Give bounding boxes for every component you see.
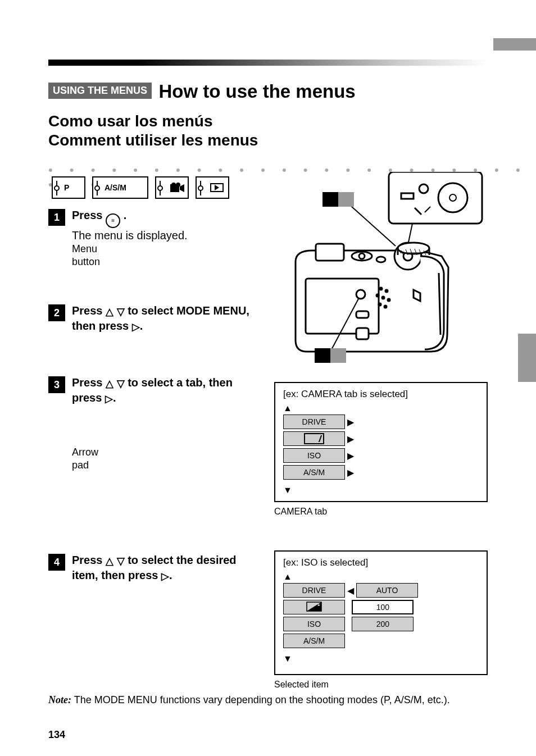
section-gradient-rule bbox=[48, 60, 488, 66]
step-1-text: Press ≡ . The menu is displayed. bbox=[72, 208, 188, 243]
note-label: Note: bbox=[48, 694, 71, 705]
callout-1 bbox=[322, 192, 354, 207]
exposure-icon: + bbox=[306, 602, 322, 613]
arrow-up-icon: △ bbox=[106, 305, 113, 318]
svg-text:+: + bbox=[317, 603, 320, 608]
svg-point-22 bbox=[376, 294, 379, 297]
svg-rect-11 bbox=[316, 244, 344, 261]
subtitle-fr: Comment utiliser les menus bbox=[48, 131, 258, 149]
note-block: Note: The MODE MENU functions vary depen… bbox=[48, 693, 487, 707]
option-item: AUTO bbox=[356, 583, 418, 598]
step-2: 2 Press △ ▽ to select MODE MENU, then pr… bbox=[48, 303, 262, 334]
svg-point-21 bbox=[385, 290, 388, 292]
page-number: 134 bbox=[48, 729, 65, 741]
arrow-right-icon: ▷ bbox=[105, 392, 113, 406]
camera-illustration bbox=[273, 172, 488, 374]
svg-point-16 bbox=[376, 257, 385, 262]
svg-rect-10 bbox=[306, 279, 379, 334]
svg-rect-18 bbox=[356, 311, 369, 318]
playback-icon bbox=[210, 183, 224, 192]
step-2-text: Press △ ▽ to select MODE MENU, then pres… bbox=[72, 303, 262, 334]
arrow-left-icon: ◀ bbox=[345, 585, 356, 596]
screen1-title: [ex: CAMERA tab is selected] bbox=[283, 389, 479, 400]
mode-icon-p: P bbox=[52, 176, 85, 199]
svg-point-13 bbox=[359, 253, 365, 259]
mode-icon-playback bbox=[196, 176, 229, 199]
menu-item: ISO bbox=[283, 617, 345, 631]
menu-button-label: Menubutton bbox=[72, 243, 100, 269]
step-3-text: Press △ ▽ to select a tab, then press ▷. bbox=[72, 375, 262, 406]
menu-item-sharpness: + bbox=[283, 600, 345, 614]
card-icon bbox=[304, 433, 324, 444]
menu-item: DRIVE bbox=[283, 415, 345, 429]
mode-icon-asm: A/S/M bbox=[92, 176, 148, 199]
note-text: The MODE MENU functions vary depending o… bbox=[71, 694, 450, 705]
svg-rect-19 bbox=[356, 328, 369, 339]
page-title: How to use the menus bbox=[158, 81, 355, 102]
arrow-right-icon: ▶ bbox=[345, 467, 356, 478]
svg-point-25 bbox=[379, 303, 381, 306]
option-item: 200 bbox=[352, 617, 414, 631]
step-4-text: Press △ ▽ to select the desired item, th… bbox=[72, 553, 262, 584]
step-4: 4 Press △ ▽ to select the desired item, … bbox=[48, 553, 262, 584]
step-3: 3 Press △ ▽ to select a tab, then press … bbox=[48, 375, 262, 406]
svg-line-9 bbox=[408, 224, 412, 245]
arrow-down-icon: ▽ bbox=[117, 305, 125, 318]
arrow-up-icon: ▲ bbox=[283, 572, 479, 582]
screen-example-1: [ex: CAMERA tab is selected] ▲ DRIVE▶ ▶ … bbox=[274, 382, 488, 502]
menu-item: A/S/M bbox=[283, 634, 345, 648]
svg-point-17 bbox=[356, 290, 365, 299]
movie-icon bbox=[170, 182, 185, 197]
mode-icon-movie bbox=[155, 176, 189, 199]
svg-marker-3 bbox=[180, 184, 184, 192]
arrow-down-icon: ▽ bbox=[117, 377, 125, 390]
svg-point-2 bbox=[176, 183, 180, 187]
screen2-title: [ex: ISO is selected] bbox=[283, 557, 479, 568]
title-row: USING THE MENUS How to use the menus bbox=[48, 81, 356, 102]
arrow-up-icon: △ bbox=[106, 554, 113, 568]
step-3-number: 3 bbox=[48, 376, 65, 393]
menu-item-card bbox=[283, 431, 345, 446]
callout-2 bbox=[315, 348, 346, 363]
step-1-number: 1 bbox=[48, 209, 65, 226]
svg-point-26 bbox=[384, 306, 387, 308]
arrow-right-icon: ▷ bbox=[161, 570, 169, 583]
arrow-down-icon: ▼ bbox=[283, 485, 479, 495]
menu-button-icon: ≡ bbox=[106, 213, 120, 228]
menu-item: DRIVE bbox=[283, 583, 345, 598]
side-tab-top bbox=[493, 38, 536, 51]
screen-example-2: [ex: ISO is selected] ▲ DRIVE ◀ AUTO + 1… bbox=[274, 550, 488, 675]
arrow-right-icon: ▷ bbox=[132, 320, 140, 334]
svg-point-24 bbox=[388, 299, 390, 301]
option-item-selected: 100 bbox=[352, 600, 414, 614]
section-tag: USING THE MENUS bbox=[48, 83, 152, 99]
subtitle-es: Como usar los menús bbox=[48, 112, 213, 130]
arrow-down-icon: ▽ bbox=[117, 554, 125, 568]
screen2-caption: Selected item bbox=[274, 680, 329, 690]
arrow-up-icon: △ bbox=[106, 377, 113, 390]
arrow-right-icon: ▶ bbox=[345, 434, 356, 444]
arrow-up-icon: ▲ bbox=[283, 403, 479, 413]
arrow-pad-label: Arrowpad bbox=[72, 446, 98, 472]
svg-point-1 bbox=[171, 183, 176, 187]
step-2-number: 2 bbox=[48, 304, 65, 321]
arrow-right-icon: ▶ bbox=[345, 450, 356, 461]
svg-point-23 bbox=[382, 297, 384, 299]
svg-point-20 bbox=[380, 288, 382, 290]
screen1-caption: CAMERA tab bbox=[274, 507, 327, 517]
menu-item: ISO bbox=[283, 448, 345, 463]
mode-icons-row: P A/S/M bbox=[52, 176, 229, 199]
arrow-right-icon: ▶ bbox=[345, 417, 356, 427]
step-4-number: 4 bbox=[48, 554, 65, 571]
step-1: 1 Press ≡ . The menu is displayed. bbox=[48, 208, 262, 243]
arrow-down-icon: ▼ bbox=[283, 654, 479, 664]
menu-item: A/S/M bbox=[283, 465, 345, 480]
side-tab-middle bbox=[518, 334, 536, 382]
